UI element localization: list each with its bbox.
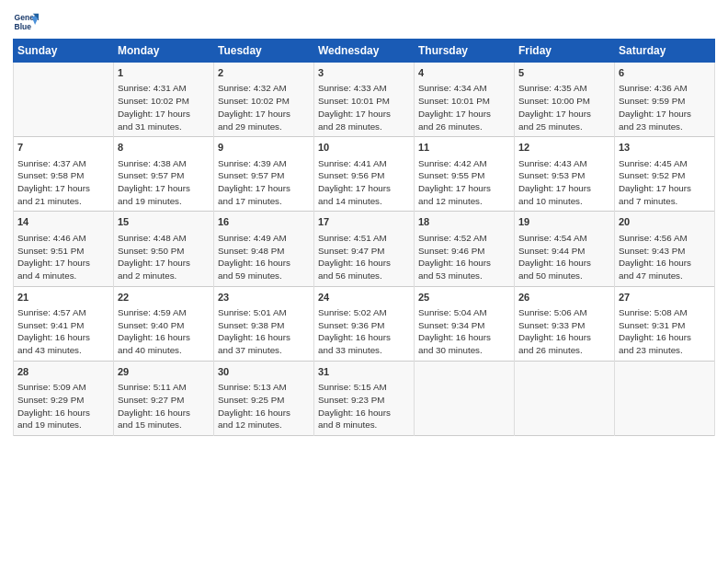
date-number: 24: [318, 291, 410, 304]
calendar-cell: 27Sunrise: 5:08 AM Sunset: 9:31 PM Dayli…: [615, 286, 715, 361]
date-number: 25: [418, 291, 510, 304]
calendar-cell: 10Sunrise: 4:41 AM Sunset: 9:56 PM Dayli…: [314, 137, 415, 212]
date-number: 28: [17, 365, 109, 379]
calendar-cell: 25Sunrise: 5:04 AM Sunset: 9:34 PM Dayli…: [415, 286, 515, 361]
date-number: 20: [619, 215, 711, 229]
cell-content: Sunrise: 4:52 AM Sunset: 9:46 PM Dayligh…: [418, 232, 510, 282]
cell-content: Sunrise: 5:11 AM Sunset: 9:27 PM Dayligh…: [118, 381, 210, 431]
date-number: 18: [418, 215, 510, 229]
calendar-cell: 19Sunrise: 4:54 AM Sunset: 9:44 PM Dayli…: [515, 212, 615, 286]
calendar-cell: 6Sunrise: 4:36 AM Sunset: 9:59 PM Daylig…: [615, 63, 715, 137]
calendar-cell: 5Sunrise: 4:35 AM Sunset: 10:00 PM Dayli…: [515, 63, 615, 137]
cell-content: Sunrise: 5:01 AM Sunset: 9:38 PM Dayligh…: [218, 306, 310, 357]
cell-content: Sunrise: 4:43 AM Sunset: 9:53 PM Dayligh…: [518, 157, 610, 208]
week-row-4: 21Sunrise: 4:57 AM Sunset: 9:41 PM Dayli…: [14, 286, 715, 361]
cell-content: Sunrise: 5:04 AM Sunset: 9:34 PM Dayligh…: [418, 306, 510, 357]
cell-content: Sunrise: 4:46 AM Sunset: 9:51 PM Dayligh…: [17, 232, 109, 282]
cell-content: Sunrise: 4:45 AM Sunset: 9:52 PM Dayligh…: [619, 157, 711, 208]
logo-icon: General Blue: [13, 9, 39, 35]
cell-content: Sunrise: 5:13 AM Sunset: 9:25 PM Dayligh…: [218, 381, 310, 431]
cell-content: Sunrise: 5:06 AM Sunset: 9:33 PM Dayligh…: [518, 306, 610, 357]
date-number: 8: [118, 141, 210, 155]
calendar-cell: 16Sunrise: 4:49 AM Sunset: 9:48 PM Dayli…: [214, 212, 314, 286]
cell-content: Sunrise: 4:48 AM Sunset: 9:50 PM Dayligh…: [118, 232, 210, 282]
cell-content: Sunrise: 4:56 AM Sunset: 9:43 PM Dayligh…: [619, 232, 711, 282]
calendar-cell: 20Sunrise: 4:56 AM Sunset: 9:43 PM Dayli…: [615, 212, 715, 286]
col-header-monday: Monday: [114, 40, 214, 63]
week-row-2: 7Sunrise: 4:37 AM Sunset: 9:58 PM Daylig…: [14, 137, 715, 212]
calendar-cell: [415, 361, 515, 435]
date-number: 16: [218, 215, 310, 229]
date-number: 27: [619, 291, 711, 304]
cell-content: Sunrise: 4:36 AM Sunset: 9:59 PM Dayligh…: [619, 82, 711, 132]
cell-content: Sunrise: 5:02 AM Sunset: 9:36 PM Dayligh…: [318, 306, 410, 357]
date-number: 7: [17, 141, 109, 155]
col-header-thursday: Thursday: [415, 40, 515, 63]
calendar-cell: 2Sunrise: 4:32 AM Sunset: 10:02 PM Dayli…: [214, 63, 314, 137]
cell-content: Sunrise: 4:39 AM Sunset: 9:57 PM Dayligh…: [218, 157, 310, 208]
col-header-wednesday: Wednesday: [314, 40, 415, 63]
cell-content: Sunrise: 5:09 AM Sunset: 9:29 PM Dayligh…: [17, 381, 109, 431]
calendar-cell: 24Sunrise: 5:02 AM Sunset: 9:36 PM Dayli…: [314, 286, 415, 361]
cell-content: Sunrise: 4:34 AM Sunset: 10:01 PM Daylig…: [418, 82, 510, 132]
calendar-cell: 18Sunrise: 4:52 AM Sunset: 9:46 PM Dayli…: [415, 212, 515, 286]
col-header-saturday: Saturday: [615, 40, 715, 63]
col-header-sunday: Sunday: [14, 40, 114, 63]
date-number: 5: [518, 66, 610, 80]
date-number: 15: [118, 215, 210, 229]
date-number: 1: [118, 66, 210, 80]
cell-content: Sunrise: 4:37 AM Sunset: 9:58 PM Dayligh…: [17, 157, 109, 208]
cell-content: Sunrise: 5:08 AM Sunset: 9:31 PM Dayligh…: [619, 306, 711, 357]
calendar-cell: 17Sunrise: 4:51 AM Sunset: 9:47 PM Dayli…: [314, 212, 415, 286]
calendar-cell: 23Sunrise: 5:01 AM Sunset: 9:38 PM Dayli…: [214, 286, 314, 361]
header: General Blue: [13, 9, 715, 35]
date-number: 26: [518, 291, 610, 304]
date-number: 6: [619, 66, 711, 80]
calendar-cell: 28Sunrise: 5:09 AM Sunset: 9:29 PM Dayli…: [14, 361, 114, 435]
cell-content: Sunrise: 4:49 AM Sunset: 9:48 PM Dayligh…: [218, 232, 310, 282]
date-number: 4: [418, 66, 510, 80]
calendar-cell: 14Sunrise: 4:46 AM Sunset: 9:51 PM Dayli…: [14, 212, 114, 286]
calendar-cell: [615, 361, 715, 435]
date-number: 21: [17, 291, 109, 304]
date-number: 23: [218, 291, 310, 304]
date-number: 22: [118, 291, 210, 304]
cell-content: Sunrise: 5:15 AM Sunset: 9:23 PM Dayligh…: [318, 381, 410, 431]
week-row-3: 14Sunrise: 4:46 AM Sunset: 9:51 PM Dayli…: [14, 212, 715, 286]
calendar-cell: 4Sunrise: 4:34 AM Sunset: 10:01 PM Dayli…: [415, 63, 515, 137]
cell-content: Sunrise: 4:59 AM Sunset: 9:40 PM Dayligh…: [118, 306, 210, 357]
date-number: 30: [218, 365, 310, 379]
logo: General Blue: [13, 9, 39, 35]
calendar-cell: 22Sunrise: 4:59 AM Sunset: 9:40 PM Dayli…: [114, 286, 214, 361]
svg-text:Blue: Blue: [15, 22, 32, 31]
cell-content: Sunrise: 4:38 AM Sunset: 9:57 PM Dayligh…: [118, 157, 210, 208]
col-header-friday: Friday: [515, 40, 615, 63]
date-number: 9: [218, 141, 310, 155]
cell-content: Sunrise: 4:31 AM Sunset: 10:02 PM Daylig…: [118, 82, 210, 132]
calendar-table: SundayMondayTuesdayWednesdayThursdayFrid…: [13, 39, 715, 436]
page-container: General Blue SundayMondayTuesdayWednesda…: [0, 0, 728, 445]
calendar-cell: 8Sunrise: 4:38 AM Sunset: 9:57 PM Daylig…: [114, 137, 214, 212]
calendar-cell: 13Sunrise: 4:45 AM Sunset: 9:52 PM Dayli…: [615, 137, 715, 212]
date-number: 3: [318, 66, 410, 80]
cell-content: Sunrise: 4:42 AM Sunset: 9:55 PM Dayligh…: [418, 157, 510, 208]
cell-content: Sunrise: 4:57 AM Sunset: 9:41 PM Dayligh…: [17, 306, 109, 357]
calendar-cell: 30Sunrise: 5:13 AM Sunset: 9:25 PM Dayli…: [214, 361, 314, 435]
calendar-cell: [515, 361, 615, 435]
calendar-cell: 7Sunrise: 4:37 AM Sunset: 9:58 PM Daylig…: [14, 137, 114, 212]
cell-content: Sunrise: 4:35 AM Sunset: 10:00 PM Daylig…: [518, 82, 610, 132]
col-header-tuesday: Tuesday: [214, 40, 314, 63]
date-number: 10: [318, 141, 410, 155]
cell-content: Sunrise: 4:32 AM Sunset: 10:02 PM Daylig…: [218, 82, 310, 132]
cell-content: Sunrise: 4:51 AM Sunset: 9:47 PM Dayligh…: [318, 232, 410, 282]
calendar-cell: 15Sunrise: 4:48 AM Sunset: 9:50 PM Dayli…: [114, 212, 214, 286]
cell-content: Sunrise: 4:54 AM Sunset: 9:44 PM Dayligh…: [518, 232, 610, 282]
date-number: 12: [518, 141, 610, 155]
cell-content: Sunrise: 4:41 AM Sunset: 9:56 PM Dayligh…: [318, 157, 410, 208]
date-number: 13: [619, 141, 711, 155]
calendar-cell: 3Sunrise: 4:33 AM Sunset: 10:01 PM Dayli…: [314, 63, 415, 137]
calendar-cell: 1Sunrise: 4:31 AM Sunset: 10:02 PM Dayli…: [114, 63, 214, 137]
calendar-cell: 29Sunrise: 5:11 AM Sunset: 9:27 PM Dayli…: [114, 361, 214, 435]
calendar-cell: 26Sunrise: 5:06 AM Sunset: 9:33 PM Dayli…: [515, 286, 615, 361]
week-row-5: 28Sunrise: 5:09 AM Sunset: 9:29 PM Dayli…: [14, 361, 715, 435]
